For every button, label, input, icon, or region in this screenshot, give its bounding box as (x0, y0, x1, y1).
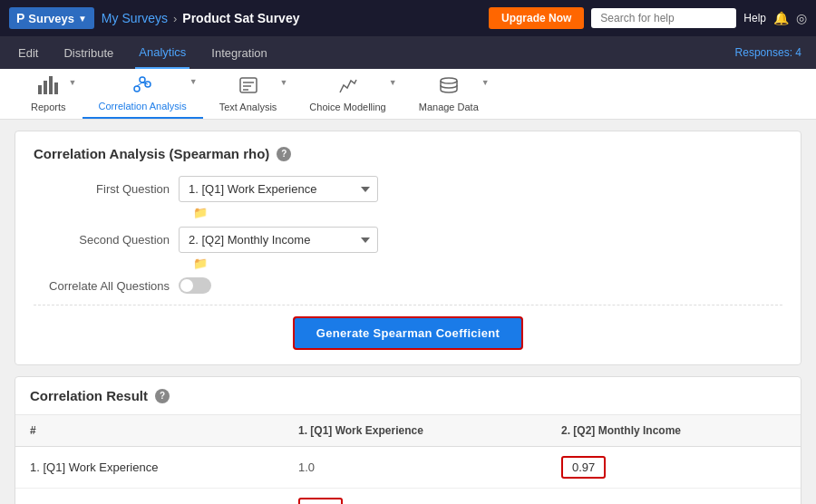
toolbar-manage-data[interactable]: Manage Data ▼ (403, 71, 495, 118)
card-divider (34, 305, 782, 305)
correlation-label: Correlation Analysis (99, 101, 187, 111)
generate-button[interactable]: Generate Spearman Coefficient (293, 316, 523, 350)
svg-point-13 (441, 78, 457, 83)
second-question-label: Second Question (34, 233, 170, 247)
text-analysis-label: Text Analysis (219, 102, 277, 112)
svg-rect-2 (49, 76, 53, 94)
first-question-label: First Question (34, 182, 170, 196)
col-header-q1: 1. [Q1] Work Experience (284, 415, 547, 447)
breadcrumb-current: Product Sat Survey (182, 11, 299, 25)
second-question-folder-icon: 📁 (193, 257, 208, 270)
highlighted-value-2: 0.97 (298, 498, 343, 504)
col-header-q2: 2. [Q2] Monthly Income (547, 415, 801, 447)
choice-modelling-dropdown-icon: ▼ (389, 78, 397, 87)
second-question-row: Second Question 2. [Q2] Monthly Income (34, 227, 782, 253)
reports-icon (38, 76, 58, 99)
row1-col2: 0.97 (547, 447, 801, 489)
toggle-thumb (180, 279, 193, 292)
row2-col2: 1.0 (547, 489, 801, 505)
choice-modelling-label: Choice Modelling (309, 102, 385, 112)
correlation-card-title: Correlation Analysis (Spearman rho) ? (34, 146, 782, 161)
manage-data-icon (439, 76, 459, 99)
correlate-all-label: Correlate All Questions (34, 279, 170, 293)
svg-line-7 (137, 82, 142, 86)
logo-button[interactable]: P Surveys ▼ (9, 7, 94, 29)
help-label: Help (743, 12, 766, 24)
subnav-integration[interactable]: Integration (208, 36, 270, 69)
user-icon[interactable]: ◎ (796, 11, 807, 25)
toolbar-correlation[interactable]: Correlation Analysis ▼ (83, 70, 203, 119)
responses-badge: Responses: 4 (735, 46, 801, 59)
col-header-index: # (15, 415, 284, 447)
upgrade-button[interactable]: Upgrade Now (489, 7, 584, 29)
breadcrumb-separator: › (173, 12, 177, 25)
help-icon[interactable]: ? (277, 147, 291, 161)
highlighted-value: 0.97 (561, 456, 606, 479)
app-label: Surveys (28, 12, 74, 25)
svg-rect-3 (54, 82, 58, 94)
manage-data-label: Manage Data (419, 102, 479, 112)
correlation-dropdown-icon: ▼ (189, 77, 198, 86)
correlation-result-card: Correlation Result ? # 1. [Q1] Work Expe… (15, 376, 801, 504)
text-analysis-icon (238, 76, 258, 99)
first-question-row: First Question 1. [Q1] Work Experience (34, 176, 782, 202)
svg-point-5 (140, 77, 145, 82)
top-navigation: P Surveys ▼ My Surveys › Product Sat Sur… (0, 0, 816, 36)
svg-point-4 (134, 86, 140, 92)
row2-col1: 0.97 (284, 489, 547, 505)
table-row: 2. [Q2] Monthly Income 0.97 1.0 (15, 489, 801, 505)
manage-data-dropdown-icon: ▼ (481, 78, 490, 87)
bell-icon[interactable]: 🔔 (773, 11, 789, 25)
search-input[interactable] (591, 8, 736, 28)
table-row: 1. [Q1] Work Experience 1.0 0.97 (15, 447, 801, 489)
correlation-icon (132, 75, 152, 98)
toolbar-choice-modelling[interactable]: Choice Modelling ▼ (293, 71, 402, 118)
choice-modelling-icon (338, 76, 358, 99)
subnav-analytics[interactable]: Analytics (135, 36, 189, 69)
first-question-folder-row: 📁 (186, 206, 782, 219)
breadcrumb-mysurveys[interactable]: My Surveys (102, 11, 168, 25)
correlate-all-row: Correlate All Questions (34, 277, 782, 294)
chevron-down-icon: ▼ (78, 14, 87, 24)
svg-rect-1 (44, 81, 47, 94)
sub-navigation: Edit Distribute Analytics Integration Re… (0, 36, 816, 69)
row2-label: 2. [Q2] Monthly Income (15, 489, 284, 505)
analytics-toolbar: Reports ▼ Correlation Analysis ▼ Text An… (0, 69, 816, 120)
toolbar-reports[interactable]: Reports ▼ (15, 71, 83, 118)
svg-rect-0 (38, 85, 42, 94)
first-question-select[interactable]: 1. [Q1] Work Experience (179, 176, 378, 202)
main-content: Correlation Analysis (Spearman rho) ? Fi… (0, 120, 816, 504)
row1-col1: 1.0 (284, 447, 547, 489)
breadcrumb: My Surveys › Product Sat Survey (102, 11, 481, 25)
subnav-distribute[interactable]: Distribute (60, 36, 117, 69)
reports-dropdown-icon: ▼ (69, 78, 77, 87)
toolbar-text-analysis[interactable]: Text Analysis ▼ (203, 71, 294, 118)
second-question-select[interactable]: 2. [Q2] Monthly Income (179, 227, 378, 253)
reports-label: Reports (31, 102, 66, 112)
subnav-edit[interactable]: Edit (15, 36, 42, 69)
correlation-analysis-card: Correlation Analysis (Spearman rho) ? Fi… (15, 131, 801, 365)
result-table: # 1. [Q1] Work Experience 2. [Q2] Monthl… (15, 415, 801, 504)
result-card-title: Correlation Result ? (15, 377, 801, 415)
generate-button-wrapper: Generate Spearman Coefficient (34, 316, 782, 350)
text-analysis-dropdown-icon: ▼ (279, 78, 287, 87)
row1-label: 1. [Q1] Work Experience (15, 447, 284, 489)
logo-icon: P (16, 11, 24, 25)
second-question-folder-row: 📁 (186, 257, 782, 270)
first-question-folder-icon: 📁 (193, 206, 208, 219)
result-help-icon[interactable]: ? (155, 389, 170, 403)
correlate-all-toggle[interactable] (179, 277, 211, 294)
table-header-row: # 1. [Q1] Work Experience 2. [Q2] Monthl… (15, 415, 801, 447)
